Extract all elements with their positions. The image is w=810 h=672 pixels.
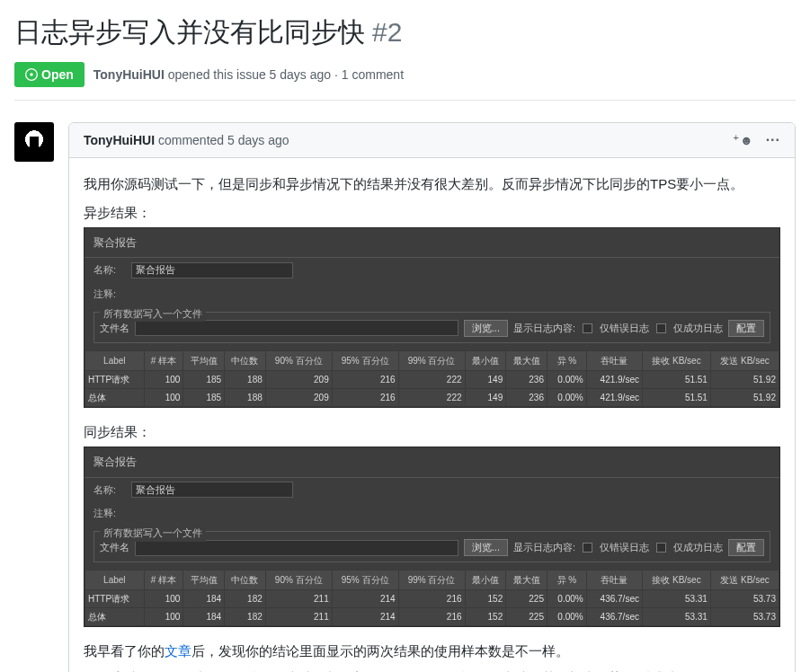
- column-header[interactable]: 吞吐量: [586, 570, 642, 590]
- avatar[interactable]: [14, 122, 54, 162]
- table-cell: 53.73: [710, 590, 779, 608]
- column-header[interactable]: 发送 KB/sec: [710, 350, 779, 370]
- report-title: 聚合报告: [85, 447, 779, 477]
- column-header[interactable]: Label: [85, 570, 145, 590]
- table-cell: 149: [465, 370, 506, 388]
- column-header[interactable]: 吞吐量: [586, 350, 642, 370]
- name-label: 名称:: [93, 261, 126, 279]
- config-button[interactable]: 配置: [728, 539, 764, 556]
- jmeter-report-async: 聚合报告 名称: 注释: 所有数据写入一个文件 文件名 浏览... 显示日志内: [84, 227, 780, 408]
- column-header[interactable]: 接收 KB/sec: [642, 350, 710, 370]
- column-header[interactable]: 99% 百分位: [398, 570, 465, 590]
- column-header[interactable]: 90% 百分位: [265, 570, 332, 590]
- column-header[interactable]: 平均值: [183, 570, 225, 590]
- table-cell: 225: [506, 608, 547, 626]
- table-cell: 0.00%: [547, 388, 586, 406]
- svg-point-0: [30, 73, 33, 76]
- table-cell: 51.51: [642, 388, 710, 406]
- issue-number: #2: [372, 17, 402, 48]
- paragraph: 我早看了你的文章后，发现你的结论里面显示的两次结果的使用样本数是不一样。: [84, 640, 780, 663]
- table-cell: 214: [332, 590, 398, 608]
- column-header[interactable]: 中位数: [225, 350, 266, 370]
- only-success-label: 仅成功日志: [673, 320, 723, 337]
- file-fieldset: 所有数据写入一个文件 文件名 浏览... 显示日志内容: 仅错误日志 仅成功日志…: [93, 531, 770, 562]
- table-cell: HTTP请求: [85, 370, 145, 388]
- table-cell: 421.9/sec: [586, 388, 642, 406]
- table-cell: 149: [465, 388, 506, 406]
- issue-author-link[interactable]: TonyHuiHUI: [93, 67, 165, 82]
- table-cell: 236: [506, 388, 547, 406]
- comment-body: 我用你源码测试一下，但是同步和异步情况下的结果并没有很大差别。反而异步情况下比同…: [69, 158, 795, 672]
- comment-author-link[interactable]: TonyHuiHUI: [84, 133, 155, 147]
- comment-menu-button[interactable]: ···: [766, 132, 780, 148]
- add-reaction-button[interactable]: +☻: [733, 133, 752, 147]
- column-header[interactable]: 95% 百分位: [332, 570, 398, 590]
- column-header[interactable]: 最小值: [465, 350, 506, 370]
- only-error-checkbox[interactable]: [583, 543, 592, 553]
- jmeter-report-sync: 聚合报告 名称: 注释: 所有数据写入一个文件 文件名 浏览... 显示日志内: [84, 447, 780, 627]
- table-cell: 216: [398, 608, 465, 626]
- table-cell: 0.00%: [547, 608, 586, 626]
- filename-input[interactable]: [135, 320, 458, 336]
- table-cell: 100: [144, 370, 183, 388]
- paragraph: 导致这种不一致的结果不知道是你本地添加了额外配置的原因。还是你本地有其他样本污染…: [84, 667, 780, 672]
- article-link[interactable]: 文章: [165, 643, 191, 659]
- table-cell: 152: [465, 608, 506, 626]
- only-success-checkbox[interactable]: [656, 543, 666, 553]
- data-table-async: Label# 样本平均值中位数90% 百分位95% 百分位99% 百分位最小值最…: [85, 350, 779, 407]
- comment-timestamp[interactable]: 5 days ago: [227, 133, 289, 147]
- table-cell: 100: [144, 388, 183, 406]
- only-error-checkbox[interactable]: [583, 323, 592, 333]
- table-cell: 209: [265, 370, 332, 388]
- table-cell: 211: [265, 590, 332, 608]
- table-cell: 0.00%: [547, 590, 586, 608]
- table-row: HTTP请求1001841822112142161522250.00%436.7…: [85, 590, 779, 608]
- issue-header: 日志异步写入并没有比同步快 #2 Open TonyHuiHUI opened …: [0, 0, 810, 108]
- table-cell: 51.92: [710, 370, 779, 388]
- column-header[interactable]: 最小值: [465, 570, 506, 590]
- comment-label: 注释:: [93, 505, 126, 522]
- table-cell: 51.51: [642, 370, 710, 388]
- table-cell: 222: [398, 388, 465, 406]
- column-header[interactable]: 中位数: [225, 570, 266, 590]
- table-cell: 100: [144, 608, 183, 626]
- column-header[interactable]: 接收 KB/sec: [642, 570, 710, 590]
- issue-open-icon: [25, 68, 38, 81]
- column-header[interactable]: 99% 百分位: [398, 350, 465, 370]
- report-name-input[interactable]: [131, 482, 293, 498]
- column-header[interactable]: 异 %: [547, 350, 586, 370]
- column-header[interactable]: 平均值: [183, 350, 225, 370]
- column-header[interactable]: 最大值: [506, 350, 547, 370]
- report-name-input[interactable]: [131, 262, 293, 279]
- column-header[interactable]: 90% 百分位: [265, 350, 332, 370]
- table-cell: 436.7/sec: [586, 590, 642, 608]
- table-cell: 209: [265, 388, 332, 406]
- table-cell: 216: [332, 388, 398, 406]
- browse-button[interactable]: 浏览...: [464, 320, 508, 337]
- column-header[interactable]: # 样本: [144, 350, 183, 370]
- column-header[interactable]: 发送 KB/sec: [710, 570, 779, 590]
- table-row: HTTP请求1001851882092162221492360.00%421.9…: [85, 370, 779, 388]
- table-row: 总体1001841822112142161522250.00%436.7/sec…: [85, 608, 779, 626]
- comment-label: 注释:: [93, 286, 126, 303]
- timeline: TonyHuiHUI commented 5 days ago +☻ ··· 我…: [0, 108, 810, 672]
- column-header[interactable]: 最大值: [506, 570, 547, 590]
- table-cell: 185: [183, 370, 225, 388]
- column-header[interactable]: # 样本: [144, 570, 183, 590]
- sync-result-label: 同步结果：: [84, 420, 780, 444]
- only-success-checkbox[interactable]: [656, 323, 666, 333]
- config-button[interactable]: 配置: [728, 320, 764, 337]
- browse-button[interactable]: 浏览...: [464, 539, 508, 556]
- table-cell: 182: [225, 590, 266, 608]
- state-badge-open: Open: [14, 62, 85, 87]
- paragraph: 我用你源码测试一下，但是同步和异步情况下的结果并没有很大差别。反而异步情况下比同…: [84, 172, 780, 196]
- column-header[interactable]: 异 %: [547, 570, 586, 590]
- column-header[interactable]: 95% 百分位: [332, 350, 398, 370]
- filename-input[interactable]: [135, 540, 458, 556]
- table-cell: HTTP请求: [85, 590, 145, 608]
- table-cell: 53.31: [642, 608, 710, 626]
- table-cell: 53.73: [710, 608, 779, 626]
- table-cell: 421.9/sec: [586, 370, 642, 388]
- comment-header: TonyHuiHUI commented 5 days ago +☻ ···: [69, 123, 795, 158]
- column-header[interactable]: Label: [85, 350, 145, 370]
